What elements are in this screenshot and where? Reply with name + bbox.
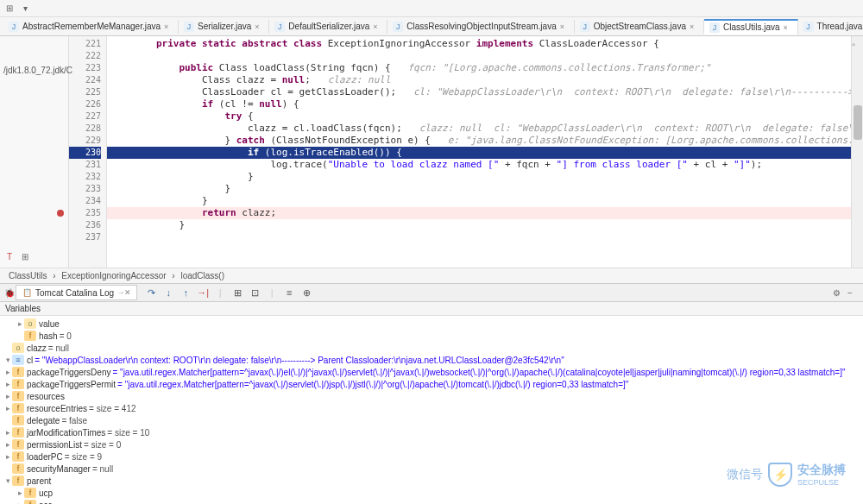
close-icon[interactable]: × [255, 22, 263, 31]
code-line[interactable]: clazz = cl.loadClass(fqcn); clazz: null … [107, 123, 851, 135]
variable-row[interactable]: fhash = 0 [3, 330, 860, 342]
code-line[interactable]: if (log.isTraceEnabled()) { [107, 147, 851, 159]
expand-icon[interactable]: ▸ [16, 501, 24, 504]
line-number[interactable]: 221 [69, 38, 101, 50]
line-number[interactable]: 237 [69, 231, 101, 243]
frames-icon[interactable]: ⊞ [230, 286, 244, 299]
line-number[interactable]: 236 [69, 219, 101, 231]
toolbar-icon[interactable]: ▾ [19, 3, 31, 15]
line-number[interactable]: 235 [69, 207, 101, 219]
project-sidebar[interactable]: /jdk1.8.0_72.jdk/C T ⊞ [0, 36, 69, 268]
line-number[interactable]: 226 [69, 98, 101, 110]
code-line[interactable]: public Class loadClass(String fqcn) { fq… [107, 62, 851, 74]
breakpoint-icon[interactable] [57, 210, 64, 217]
variable-row[interactable]: ▸fpackageTriggersDeny = "java.util.regex… [3, 366, 860, 378]
variable-row[interactable]: oclazz = null [3, 342, 860, 354]
code-line[interactable]: } [107, 183, 851, 195]
step-out-icon[interactable]: ↑ [179, 286, 192, 299]
sidebar-icon[interactable]: ⊞ [19, 250, 31, 262]
minimize-icon[interactable]: − [844, 287, 856, 299]
line-gutter[interactable]: 2212222232242252262272282292302312322332… [69, 36, 107, 268]
line-number[interactable]: 231 [69, 159, 101, 171]
variable-row[interactable]: ▸fucp [3, 487, 860, 499]
code-line[interactable]: log.trace("Unable to load clazz named ["… [107, 159, 851, 171]
editor-tab[interactable]: JObjectStreamClass.java× [575, 20, 704, 34]
code-editor[interactable]: private static abstract class ExceptionI… [107, 36, 851, 268]
close-icon[interactable]: × [164, 22, 173, 31]
run-to-icon[interactable]: →| [196, 286, 210, 299]
expand-icon[interactable]: ▸ [3, 380, 12, 388]
scroll-thumb[interactable] [854, 105, 862, 140]
variable-row[interactable]: ▸ovalue [3, 318, 860, 330]
debug-icon[interactable]: 🐞 [3, 287, 16, 299]
close-icon[interactable]: × [690, 22, 698, 31]
line-number[interactable]: 233 [69, 183, 101, 195]
line-number[interactable]: 222 [69, 50, 101, 62]
close-icon[interactable]: × [373, 22, 381, 31]
tomcat-log-tab[interactable]: 📋 Tomcat Catalina Log →✕ [16, 285, 137, 300]
code-line[interactable]: return clazz; [107, 207, 851, 219]
expand-icon[interactable]: ▸ [3, 428, 12, 437]
expand-icon[interactable]: ▾ [3, 356, 12, 364]
watch-icon[interactable]: ⊕ [299, 286, 313, 299]
editor-tab[interactable]: JAbstractRememberMeManager.java× [3, 20, 179, 34]
editor-tab[interactable]: JDefaultSerializer.java× [269, 20, 387, 34]
expand-icon[interactable]: ▸ [16, 319, 24, 328]
code-line[interactable]: } [107, 195, 851, 207]
expand-icon[interactable]: ▸ [3, 368, 12, 376]
close-icon[interactable]: × [560, 22, 569, 31]
editor-tab[interactable]: JThread.java× [798, 20, 863, 34]
expand-icon[interactable]: ▾ [3, 476, 12, 485]
breadcrumb[interactable]: ClassUtils › ExceptionIgnoringAccessor ›… [0, 268, 863, 283]
code-line[interactable]: private static abstract class ExceptionI… [107, 38, 851, 50]
code-line[interactable]: if (cl != null) { [107, 98, 851, 110]
line-number[interactable]: 234 [69, 195, 101, 207]
step-over-icon[interactable]: ↷ [144, 286, 158, 299]
variable-row[interactable]: ▾≡cl = "WebappClassLoader\r\n context: R… [3, 354, 860, 366]
variable-row[interactable]: fdelegate = false [3, 414, 860, 426]
expand-icon[interactable]: ▸ [3, 452, 12, 461]
variable-row[interactable]: ▸fpackageTriggersPermit = "java.util.reg… [3, 378, 860, 390]
code-line[interactable] [107, 50, 851, 62]
variable-row[interactable]: ▾fparent [3, 475, 860, 487]
variables-panel[interactable]: ▸ovalue fhash = 0 oclazz = null▾≡cl = "W… [0, 316, 863, 504]
expand-icon[interactable]: ▸ [16, 488, 24, 497]
editor-scrollbar[interactable] [851, 36, 863, 268]
sidebar-icon[interactable]: T [3, 250, 16, 262]
code-line[interactable]: ClassLoader cl = getClassLoader(); cl: "… [107, 86, 851, 98]
editor-tab[interactable]: JClassUtils.java× [704, 19, 798, 35]
close-icon[interactable]: × [784, 23, 792, 32]
line-number[interactable]: 232 [69, 171, 101, 183]
breadcrumb-item[interactable]: ClassUtils [9, 271, 47, 280]
expand-icon[interactable]: ▸ [3, 392, 12, 400]
code-line[interactable]: } catch (ClassNotFoundException e) { e: … [107, 135, 851, 147]
code-line[interactable]: } [107, 219, 851, 231]
threads-icon[interactable]: ⊡ [248, 286, 261, 299]
code-line[interactable]: try { [107, 110, 851, 123]
variable-row[interactable]: ▸facc [3, 499, 860, 504]
breadcrumb-item[interactable]: ExceptionIgnoringAccessor [61, 271, 166, 280]
line-number[interactable]: 223 [69, 62, 101, 74]
line-number[interactable]: 224 [69, 74, 101, 86]
gear-icon[interactable]: ⚙ [830, 287, 842, 299]
code-line[interactable]: } [107, 171, 851, 183]
breadcrumb-item[interactable]: loadClass() [180, 271, 224, 280]
step-into-icon[interactable]: ↓ [161, 286, 175, 299]
line-number[interactable]: 228 [69, 123, 101, 135]
line-number[interactable]: 229 [69, 135, 101, 147]
variable-row[interactable]: ▸fresourceEntries = size = 412 [3, 402, 860, 414]
line-number[interactable]: 230 [69, 147, 101, 159]
variable-row[interactable]: ▸fjarModificationTimes = size = 10 [3, 426, 860, 438]
maximize-icon[interactable]: ▫ [847, 38, 860, 50]
line-number[interactable]: 225 [69, 86, 101, 98]
expand-icon[interactable]: ▸ [3, 440, 12, 449]
expand-icon[interactable]: ▸ [3, 404, 12, 413]
variable-row[interactable]: ▸fresources [3, 390, 860, 402]
code-line[interactable]: Class clazz = null; clazz: null [107, 74, 851, 86]
eval-icon[interactable]: ≡ [282, 286, 296, 299]
editor-tab[interactable]: JSerializer.java× [179, 20, 269, 34]
variable-row[interactable]: ▸floaderPC = size = 9 [3, 450, 860, 463]
code-line[interactable] [107, 231, 851, 243]
variable-row[interactable]: ▸fpermissionList = size = 0 [3, 438, 860, 450]
toolbar-icon[interactable]: ⊞ [3, 3, 16, 15]
